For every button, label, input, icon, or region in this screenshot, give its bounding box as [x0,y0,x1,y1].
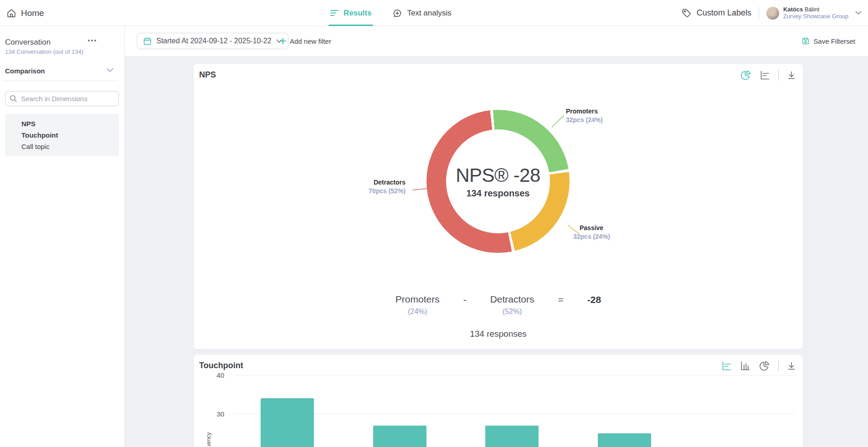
gridline-30 [235,414,796,414]
vertical-bar-chart-icon[interactable] [740,360,751,371]
custom-labels-button[interactable]: Custom Labels [681,8,751,19]
nps-formula: Promoters (24%) - Detractors (52%) = -28 [194,294,803,316]
nps-card: NPS [194,64,803,349]
y-axis-label: Frequency [205,432,212,447]
touchpoint-card-toolbar [721,360,796,372]
nav-right: Custom Labels Katócs Bálint Zurvey Showc… [681,0,862,26]
user-chevron-down-icon [855,11,862,15]
more-options-icon[interactable] [88,40,96,41]
touchpoint-bar [485,426,539,447]
nps-response-count: 134 responses [467,188,530,199]
home-icon [6,8,16,18]
download-icon[interactable] [786,70,796,80]
comparison-chevron-down-icon[interactable] [107,68,113,72]
sidebar-item-call-topic[interactable]: Call topic [21,143,119,150]
download-icon[interactable] [786,361,796,371]
formula-result: -28 [587,294,601,305]
nps-footer-responses: 134 responses [194,329,803,339]
dataset-title: Conversation [5,38,51,47]
plus-icon [280,38,286,44]
tab-text-analysis-label: Text analysis [407,9,451,18]
minus-sign: - [463,294,467,305]
tab-results[interactable]: Results [330,0,371,26]
results-icon [330,9,339,17]
equals-sign: = [558,294,564,305]
detractors-label: Detractors 70pcs (52%) [349,179,406,195]
save-filterset-label: Save Filterset [813,37,855,45]
add-new-filter-button[interactable]: Add new filter [280,33,331,49]
sidebar-item-touchpoint[interactable]: Touchpoint [21,131,119,139]
top-nav: Home Results Text analysis [0,0,868,26]
horizontal-bar-chart-icon[interactable] [721,360,732,371]
sidebar-item-nps[interactable]: NPS [21,120,119,128]
user-menu[interactable]: Katócs Bálint Zurvey Showcase Group [766,6,862,20]
sidebar: Conversation 134 Conversation (out of 13… [0,26,125,447]
dataset-count: 134 Conversation (out of 134) [5,48,83,55]
home-label: Home [21,8,44,18]
content-area: NPS [125,56,868,447]
touchpoint-bar [598,433,651,447]
tab-text-analysis[interactable]: Text analysis [392,0,451,26]
nps-score: NPS® -28 [456,164,540,186]
toolbar-divider [778,360,779,372]
sidebar-divider [2,81,118,81]
promoters-label: Promoters 32pcs (24%) [566,108,603,123]
date-filter-value: Started At 2024-09-12 - 2025-10-22 [156,37,272,45]
save-icon [801,37,810,45]
date-filter[interactable]: Started At 2024-09-12 - 2025-10-22 [137,33,288,49]
toolbar-divider [778,69,779,81]
pie-chart-icon[interactable] [759,360,770,372]
user-org: Zurvey Showcase Group [783,13,848,20]
add-new-filter-label: Add new filter [290,37,331,45]
user-avatar [766,7,779,20]
search-icon [10,95,17,103]
dimension-list: NPS Touchpoint Call topic [5,114,119,156]
ytick-30: 30 [204,410,224,418]
pie-chart-icon[interactable] [740,69,752,81]
main-tabs: Results Text analysis [330,0,452,26]
tag-icon [681,8,692,19]
nps-card-toolbar [740,69,796,81]
home-button[interactable]: Home [6,0,44,26]
nps-card-title: NPS [199,70,216,80]
text-analysis-icon [392,8,402,18]
calendar-icon [143,37,152,46]
search-input[interactable] [21,95,114,103]
filter-bar: Started At 2024-09-12 - 2025-10-22 Add n… [125,26,868,56]
tab-results-label: Results [344,9,371,18]
user-names: Katócs Bálint Zurvey Showcase Group [783,6,848,20]
touchpoint-bar [261,398,314,447]
dimension-search [5,91,119,106]
save-filterset-button[interactable]: Save Filterset [801,33,855,49]
formula-detractors: Detractors (52%) [490,294,534,316]
horizontal-bar-chart-icon[interactable] [760,70,770,81]
ytick-40: 40 [204,371,224,379]
touchpoint-card-title: Touchpoint [199,361,243,370]
page: Home Results Text analysis [0,0,868,447]
custom-labels-label: Custom Labels [697,8,751,18]
touchpoint-card: Touchpoint [194,355,803,447]
user-name: Katócs Bálint [783,6,848,13]
gridline-40 [235,375,796,375]
formula-promoters: Promoters (24%) [395,294,440,316]
comparison-label: Comparison [5,67,45,75]
nps-donut-center: NPS® -28 134 responses [426,110,570,253]
passive-label: Passive 32pcs (24%) [573,224,610,240]
touchpoint-bar [373,426,426,447]
nav-divider [759,7,759,20]
